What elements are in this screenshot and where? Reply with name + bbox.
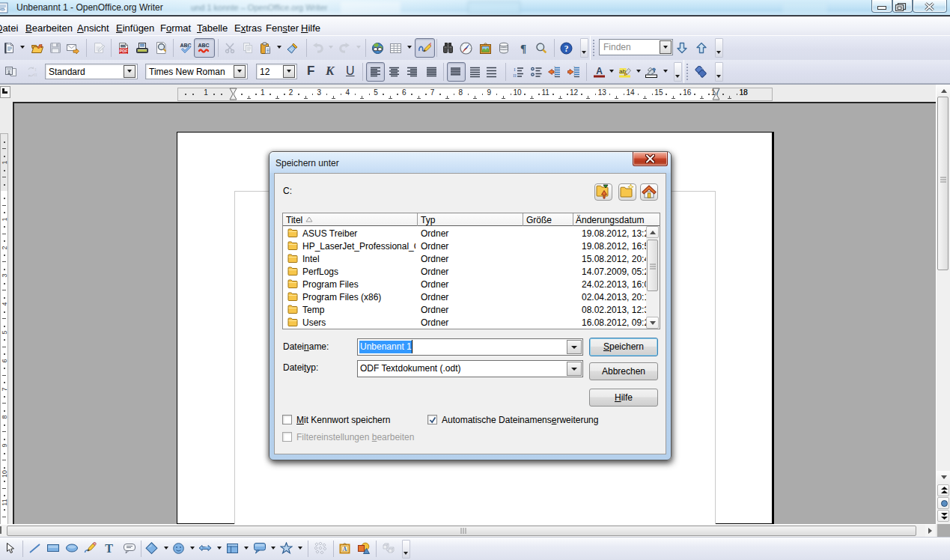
svg-text:ABC: ABC — [198, 43, 209, 48]
svg-text:I: I — [35, 67, 37, 72]
svg-text:A: A — [596, 66, 603, 76]
svg-text:T: T — [105, 542, 113, 555]
svg-text:A: A — [343, 546, 347, 553]
svg-text:PDF: PDF — [120, 49, 129, 53]
svg-text:¶: ¶ — [520, 43, 526, 55]
svg-text:I: I — [514, 67, 516, 73]
svg-text:II: II — [513, 73, 517, 78]
svg-text:?: ? — [564, 44, 569, 53]
svg-text:II: II — [34, 73, 37, 77]
